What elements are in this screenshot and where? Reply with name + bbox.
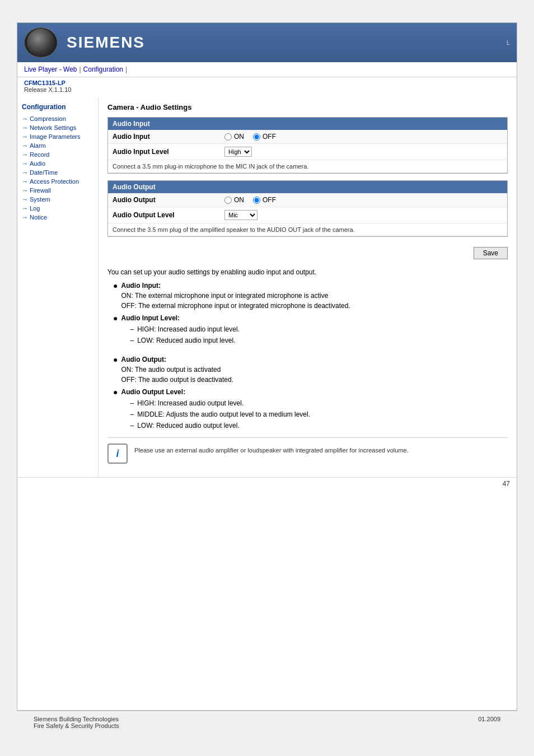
sidebar-item-firewall[interactable]: → Firewall: [22, 186, 93, 195]
audio-output-level-select[interactable]: Mic High Middle Low: [224, 210, 257, 220]
sidebar-link-firewall[interactable]: Firewall: [30, 187, 51, 194]
sidebar-link-alarm[interactable]: Alarm: [30, 142, 46, 149]
sidebar-item-log[interactable]: → Log: [22, 204, 93, 213]
nav-live-player[interactable]: Live Player - Web: [24, 66, 77, 73]
page-wrapper: SIEMENS L Live Player - Web | Configurat…: [0, 0, 534, 756]
camera-dome-image: [27, 29, 55, 57]
sidebar-link-datetime[interactable]: Date/Time: [30, 169, 58, 176]
arrow-icon-log: →: [22, 205, 28, 212]
sidebar-link-access[interactable]: Access Protection: [30, 178, 79, 185]
sidebar-item-alarm[interactable]: → Alarm: [22, 141, 93, 150]
sidebar-item-compression[interactable]: → Compression: [22, 114, 93, 123]
sidebar-item-datetime[interactable]: → Date/Time: [22, 168, 93, 177]
audio-input-on-label[interactable]: ON: [224, 133, 244, 141]
audio-output-off-text: OFF: [263, 196, 276, 204]
page-title: Camera - Audio Settings: [107, 103, 508, 111]
main-card: SIEMENS L Live Player - Web | Configurat…: [17, 22, 517, 711]
arrow-icon-network: →: [22, 124, 28, 131]
footer-left: Siemens Building Technologies Fire Safet…: [34, 716, 119, 729]
description-area: You can set up your audio settings by en…: [107, 263, 508, 472]
arrow-icon-audio: →: [22, 160, 28, 167]
sidebar-item-audio[interactable]: → Audio: [22, 159, 93, 168]
footer-bar: Siemens Building Technologies Fire Safet…: [17, 711, 517, 734]
bullet-audio-input-label: Audio Input:: [121, 282, 161, 290]
sidebar-item-image-parameters[interactable]: → Image Parameters: [22, 132, 93, 141]
audio-input-level-label: Audio Input Level: [113, 148, 224, 156]
audio-output-on-label[interactable]: ON: [224, 196, 244, 204]
audio-output-level-controls: Mic High Middle Low: [224, 210, 257, 220]
sidebar-link-log[interactable]: Log: [30, 205, 40, 212]
sidebar-link-image[interactable]: Image Parameters: [30, 133, 80, 140]
bullet-dot-1: ●: [113, 281, 118, 291]
audio-output-level-label: Audio Output Level: [113, 211, 224, 219]
sub-dash-2: –: [130, 335, 134, 346]
audio-output-off-label[interactable]: OFF: [253, 196, 276, 204]
sub-dash-5: –: [130, 421, 134, 431]
header-right-label: L: [507, 39, 510, 46]
page-number: 47: [503, 480, 510, 488]
audio-input-controls: ON OFF: [224, 133, 276, 141]
info-text: Please use an external audio amplifier o…: [134, 444, 409, 455]
footer-date: 01.2009: [478, 716, 500, 729]
bullet-audio-input-off: OFF: The external microphone input or in…: [121, 302, 350, 310]
save-button[interactable]: Save: [474, 247, 508, 259]
sidebar-link-record[interactable]: Record: [30, 151, 49, 158]
device-release: Release X.1.1.10: [24, 86, 510, 93]
sub-dash-4: –: [130, 409, 134, 419]
nav-sep1: |: [79, 66, 81, 73]
nav-sep2: |: [125, 66, 127, 73]
sidebar-item-network-settings[interactable]: → Network Settings: [22, 123, 93, 132]
bullet-audio-output-on: ON: The audio output is activated: [121, 366, 221, 374]
sub-bullet-low-input-text: LOW: Reduced audio input level.: [137, 335, 235, 346]
nav-bar: Live Player - Web | Configuration |: [17, 62, 517, 77]
sidebar-link-audio[interactable]: Audio: [30, 160, 45, 167]
audio-input-level-controls: High Low: [224, 147, 252, 157]
sidebar-item-notice[interactable]: → Notice: [22, 213, 93, 222]
main-content: Camera - Audio Settings Audio Input Audi…: [99, 97, 517, 477]
bullet-audio-output-content: Audio Output: ON: The audio output is ac…: [121, 354, 233, 385]
audio-output-header: Audio Output: [108, 181, 507, 193]
nav-configuration[interactable]: Configuration: [83, 66, 123, 73]
audio-output-on-text: ON: [234, 196, 244, 204]
arrow-icon-firewall: →: [22, 187, 28, 194]
bullet-audio-output: ● Audio Output: ON: The audio output is …: [113, 354, 508, 385]
sidebar-link-notice[interactable]: Notice: [30, 214, 47, 221]
bullet-audio-input-on: ON: The external microphone input or int…: [121, 292, 328, 300]
bullet-audio-output-level-label: Audio Output Level:: [121, 388, 185, 396]
audio-input-off-radio[interactable]: [253, 133, 260, 141]
bullet-audio-input: ● Audio Input: ON: The external micropho…: [113, 281, 508, 311]
sub-bullet-middle-output: – MIDDLE: Adjusts the audio output level…: [130, 409, 310, 419]
sidebar-item-access-protection[interactable]: → Access Protection: [22, 177, 93, 186]
audio-output-on-radio[interactable]: [224, 197, 232, 204]
sub-bullets-output: – HIGH: Increased audio output level. – …: [130, 398, 310, 431]
sidebar-link-network[interactable]: Network Settings: [30, 124, 76, 131]
info-box: i Please use an external audio amplifier…: [107, 437, 508, 469]
audio-output-row: Audio Output ON OFF: [108, 193, 507, 207]
sidebar-link-compression[interactable]: Compression: [30, 115, 66, 122]
audio-input-row: Audio Input ON OFF: [108, 130, 507, 144]
sidebar-item-record[interactable]: → Record: [22, 150, 93, 159]
audio-output-level-row: Audio Output Level Mic High Middle Low: [108, 207, 507, 223]
sub-bullets-input: – HIGH: Increased audio input level. – L…: [130, 324, 239, 346]
sub-bullet-low-output-text: LOW: Reduced audio output level.: [137, 421, 240, 431]
audio-input-on-radio[interactable]: [224, 133, 232, 141]
sub-dash-3: –: [130, 398, 134, 408]
arrow-icon-system: →: [22, 196, 28, 203]
sidebar-item-system[interactable]: → System: [22, 195, 93, 204]
audio-output-controls: ON OFF: [224, 196, 276, 204]
sub-bullet-low-input: – LOW: Reduced audio input level.: [130, 335, 239, 346]
bullet-dot-2: ●: [113, 313, 118, 323]
bullet-dot-3: ●: [113, 354, 118, 365]
audio-output-label: Audio Output: [113, 196, 224, 204]
sidebar-link-system[interactable]: System: [30, 196, 50, 203]
bullet-audio-output-label: Audio Output:: [121, 356, 166, 363]
header-bar: SIEMENS L: [17, 23, 517, 62]
bullet-audio-input-level-content: Audio Input Level: – HIGH: Increased aud…: [121, 313, 239, 347]
sub-bullet-high-input-text: HIGH: Increased audio input level.: [137, 324, 240, 334]
audio-output-off-radio[interactable]: [253, 197, 260, 204]
audio-input-level-select[interactable]: High Low: [224, 147, 252, 157]
page-number-area: 47: [17, 477, 517, 490]
sub-bullet-low-output: – LOW: Reduced audio output level.: [130, 421, 310, 431]
audio-input-off-label[interactable]: OFF: [253, 133, 276, 141]
bullet-audio-output-level: ● Audio Output Level: – HIGH: Increased …: [113, 387, 508, 432]
